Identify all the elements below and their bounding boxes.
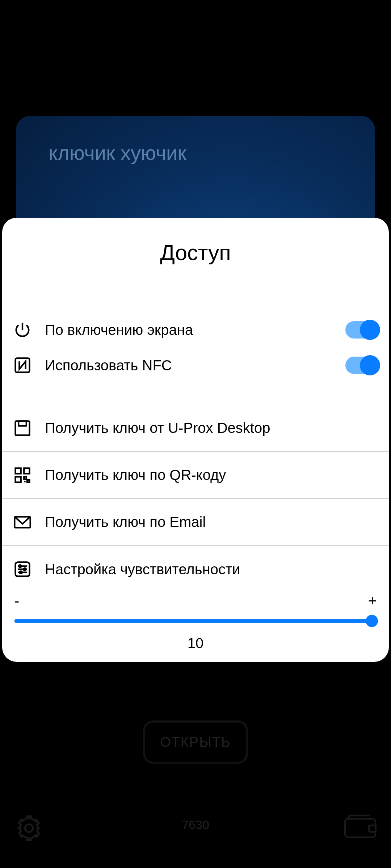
slider-track [14,619,377,623]
svg-rect-1 [345,819,375,837]
svg-rect-7 [24,468,29,473]
sensitivity-slider[interactable] [14,616,377,626]
sheet-title: Доступ [2,218,389,312]
save-icon [13,419,32,438]
sensitivity-label: Настройка чувствительности [45,561,378,578]
nfc-icon [13,356,32,375]
power-icon [13,320,32,339]
sensitivity-minus[interactable]: - [14,593,19,609]
mail-icon [13,513,32,532]
menu-item-label: Получить ключ по Email [45,514,378,530]
svg-point-11 [19,565,21,567]
open-button[interactable]: ОТКРЫТЬ [143,720,248,764]
sensitivity-value: 10 [13,635,378,651]
menu-item-email[interactable]: Получить ключ по Email [2,499,389,546]
toggle-row-nfc: Использовать NFC [2,348,389,383]
menu-item-label: Получить ключ от U-Prox Desktop [45,420,378,436]
menu-item-desktop[interactable]: Получить ключ от U-Prox Desktop [2,405,389,452]
key-card-title: ключик хуючик [49,141,186,165]
qr-icon [13,466,32,485]
svg-rect-4 [16,421,30,435]
slider-thumb[interactable] [366,615,378,627]
sensitivity-plus[interactable]: + [368,593,377,609]
wallet-icon[interactable] [344,814,377,839]
toggle-screen-on[interactable] [345,321,378,339]
access-sheet: Доступ По включению экрана Использовать … [2,218,389,662]
svg-rect-5 [18,421,26,426]
svg-point-13 [20,571,22,574]
open-button-label: ОТКРЫТЬ [160,735,231,750]
svg-rect-6 [16,468,21,473]
svg-point-0 [25,824,33,832]
gear-icon[interactable] [14,814,43,843]
menu-item-qr[interactable]: Получить ключ по QR-коду [2,452,389,499]
sliders-icon [13,560,32,579]
sensitivity-block: Настройка чувствительности - + 10 [2,546,389,651]
menu-item-label: Получить ключ по QR-коду [45,467,378,483]
toggle-label: Использовать NFC [45,357,345,374]
toggle-row-screen-on: По включению экрана [2,312,389,348]
svg-point-12 [24,568,26,571]
toggle-nfc[interactable] [345,357,378,374]
bottom-id-number: 7630 [182,818,209,832]
svg-rect-8 [16,477,21,482]
toggle-label: По включению экрана [45,322,345,338]
